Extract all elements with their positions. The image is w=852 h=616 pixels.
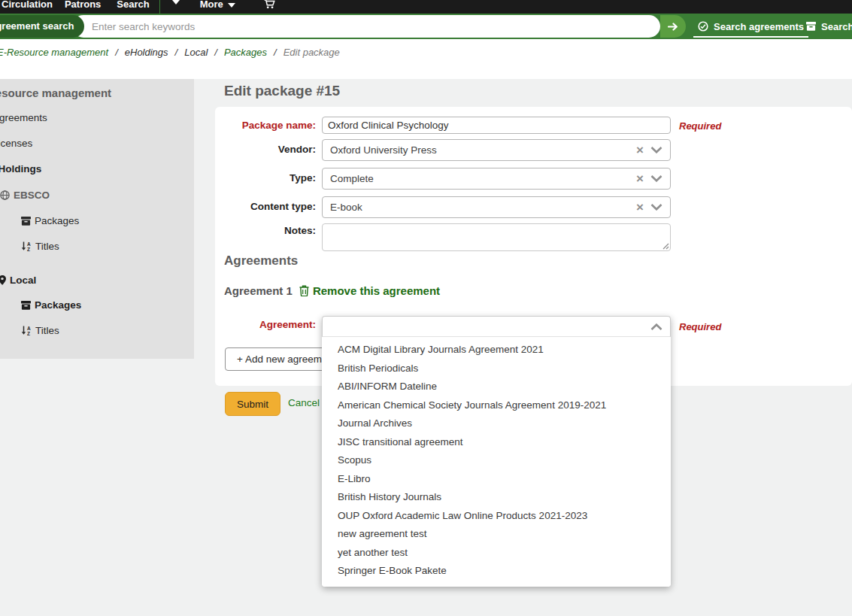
- notes-label: Notes:: [196, 225, 316, 236]
- agreement-option[interactable]: Scopus: [322, 451, 671, 470]
- agreement-select-box[interactable]: [322, 316, 671, 337]
- nav-circulation[interactable]: Circulation: [2, 0, 53, 10]
- agreements-section-heading: Agreements: [224, 253, 298, 269]
- agreement-option[interactable]: ABI/INFORM Dateline: [322, 378, 671, 396]
- package-name-input[interactable]: [322, 117, 671, 134]
- koha-staff-page: Circulation Patrons Search More Agreemen…: [0, 0, 852, 616]
- sidebar: E-Resource management Agreements License…: [0, 79, 194, 359]
- breadcrumb-local[interactable]: Local: [184, 47, 208, 58]
- nav-search[interactable]: Search: [117, 0, 149, 10]
- sidebar-item-label: Titles: [35, 241, 59, 252]
- nav-search-label: Search: [117, 0, 149, 10]
- nav-divider: [159, 0, 160, 14]
- sidebar-item-ebsco-packages[interactable]: Packages: [21, 215, 79, 226]
- sidebar-item-label: Titles: [35, 325, 59, 336]
- content-type-label: Content type:: [196, 201, 316, 212]
- sidebar-item-ebsco-titles[interactable]: AZ Titles: [21, 241, 59, 252]
- globe-icon: [0, 190, 10, 200]
- type-select[interactable]: Complete ×: [322, 168, 671, 190]
- check-circle-icon: [698, 21, 708, 32]
- breadcrumb-separator: /: [214, 47, 217, 58]
- box-archive-icon: [21, 301, 31, 310]
- agreement-option[interactable]: OUP Oxford Academic Law Online Products …: [322, 507, 671, 526]
- nav-more[interactable]: More: [200, 0, 235, 10]
- remove-agreement-label: Remove this agreement: [313, 284, 440, 297]
- agreement-option[interactable]: American Chemical Society Journals Agree…: [322, 396, 671, 415]
- vendor-select[interactable]: Oxford University Press ×: [322, 139, 671, 161]
- svg-text:A: A: [27, 326, 31, 331]
- cart-icon: [264, 0, 275, 9]
- search-type-tab[interactable]: Agreement search: [0, 15, 84, 38]
- clear-icon[interactable]: ×: [636, 172, 644, 185]
- agreement-option[interactable]: Journal Archives: [322, 414, 671, 433]
- breadcrumb-eresource[interactable]: E-Resource management: [0, 47, 108, 58]
- search-agreements-link[interactable]: Search agreements: [693, 17, 808, 38]
- sidebar-item-label: Agreements: [0, 112, 47, 123]
- sidebar-item-local[interactable]: Local: [0, 275, 36, 286]
- sidebar-item-agreements[interactable]: Agreements: [0, 112, 47, 123]
- agreement-option[interactable]: ACM Digital Library Journals Agreement 2…: [322, 341, 671, 360]
- sidebar-item-licenses[interactable]: Licenses: [0, 138, 32, 149]
- clear-icon[interactable]: ×: [636, 144, 644, 156]
- agreement-option[interactable]: JISC transitional agreement: [322, 433, 671, 452]
- trash-icon: [299, 285, 309, 296]
- search-packages-label: Search packages: [821, 21, 852, 32]
- sidebar-item-local-packages[interactable]: Packages: [21, 299, 81, 311]
- breadcrumb-packages[interactable]: Packages: [224, 47, 267, 58]
- type-select-value: Complete: [330, 173, 636, 184]
- svg-text:A: A: [27, 241, 31, 247]
- required-note: Required: [679, 120, 721, 132]
- nav-patrons-label: Patrons: [65, 0, 101, 10]
- arrow-right-icon: [668, 23, 678, 31]
- breadcrumb-separator: /: [274, 47, 277, 58]
- box-archive-icon: [806, 22, 816, 31]
- breadcrumb-current: Edit package: [283, 47, 340, 58]
- package-name-label: Package name:: [196, 120, 316, 131]
- search-dropdown-toggle[interactable]: [172, 0, 180, 5]
- chevron-up-icon[interactable]: [650, 323, 662, 330]
- clear-icon[interactable]: ×: [636, 201, 644, 214]
- sidebar-heading: E-Resource management: [0, 86, 111, 99]
- remove-agreement-link[interactable]: Remove this agreement: [299, 284, 440, 297]
- nav-patrons[interactable]: Patrons: [65, 0, 101, 10]
- breadcrumb-separator: /: [115, 47, 118, 58]
- sidebar-item-label: EBSCO: [14, 190, 50, 201]
- agreement-option[interactable]: British History Journals: [322, 488, 671, 507]
- svg-text:Z: Z: [27, 331, 30, 335]
- search-band: Agreement search Search agreements Searc…: [0, 14, 852, 39]
- chevron-down-icon[interactable]: [650, 175, 662, 182]
- box-archive-icon: [21, 217, 31, 226]
- agreement-option[interactable]: British Periodicals: [322, 360, 671, 378]
- caret-down-icon: [172, 0, 180, 5]
- agreement-select: ACM Digital Library Journals Agreement 2…: [322, 316, 671, 587]
- content-type-select[interactable]: E-book ×: [322, 196, 671, 218]
- agreement-option[interactable]: E-Libro: [322, 470, 671, 489]
- notes-textarea[interactable]: [322, 223, 671, 251]
- breadcrumb: E-Resource management / eHoldings / Loca…: [0, 47, 340, 58]
- breadcrumb-eholdings[interactable]: eHoldings: [125, 47, 168, 58]
- sort-alpha-down-icon: AZ: [21, 326, 32, 335]
- search-type-tab-label: Agreement search: [0, 20, 74, 32]
- agreement-options-list: ACM Digital Library Journals Agreement 2…: [322, 337, 671, 587]
- agreement-option[interactable]: yet another test: [322, 544, 671, 563]
- search-go-button[interactable]: [660, 15, 686, 38]
- type-label: Type:: [196, 172, 316, 184]
- sidebar-item-eholdings[interactable]: eHoldings: [0, 163, 41, 174]
- chevron-down-icon[interactable]: [650, 147, 662, 153]
- sidebar-item-label: eHoldings: [0, 163, 41, 174]
- search-agreements-label: Search agreements: [714, 21, 804, 32]
- agreement-item-header: Agreement 1 Remove this agreement: [224, 284, 440, 297]
- breadcrumb-separator: /: [175, 47, 178, 58]
- agreement-option[interactable]: Springer E-Book Pakete: [322, 562, 671, 581]
- sidebar-item-local-titles[interactable]: AZ Titles: [21, 325, 59, 336]
- sidebar-item-ebsco[interactable]: EBSCO: [0, 190, 50, 201]
- resize-grip-icon[interactable]: [662, 243, 669, 250]
- agreement-option[interactable]: new agreement test: [322, 525, 671, 544]
- search-input[interactable]: [72, 15, 660, 38]
- chevron-down-icon[interactable]: [650, 204, 662, 211]
- submit-button[interactable]: Submit: [225, 392, 280, 416]
- sidebar-item-label: Packages: [35, 299, 81, 311]
- search-packages-link[interactable]: Search packages: [806, 17, 852, 36]
- cancel-link[interactable]: Cancel: [288, 397, 320, 408]
- cart-button[interactable]: [264, 0, 275, 9]
